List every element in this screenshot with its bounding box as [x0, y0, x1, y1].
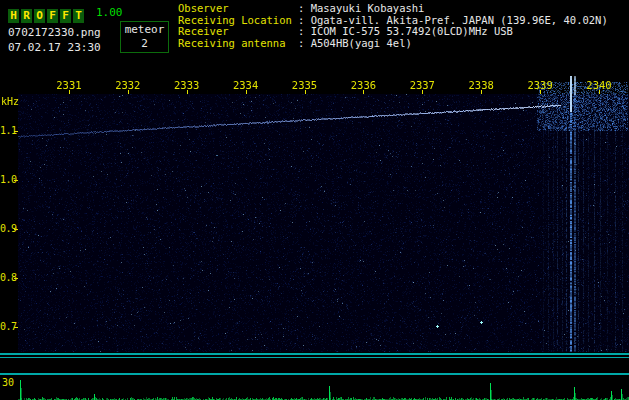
app-title-letter: F [47, 9, 58, 23]
y-axis-unit-label: kHz [1, 96, 19, 107]
app-title-letter: F [60, 9, 71, 23]
capture-datetime: 07.02.17 23:30 [8, 41, 101, 54]
station-info-value: : Ogata-vill. Akita-Pref. JAPAN (139.96E… [298, 14, 608, 26]
station-info-label: Observer [178, 3, 298, 15]
x-tick-mark [305, 90, 306, 94]
x-tick-mark [246, 90, 247, 94]
y-tick-mark [14, 327, 18, 328]
station-info-value: : Masayuki Kobayashi [298, 2, 424, 14]
app-title-letter: R [21, 9, 32, 23]
meteor-counter-box: meteor 2 [120, 21, 169, 53]
meter-scale-label: 30 [2, 377, 14, 388]
output-filename: 0702172330.png [8, 26, 101, 39]
y-tick-mark [14, 180, 18, 181]
y-tick-mark [14, 131, 18, 132]
x-tick-mark [540, 90, 541, 94]
app-title-letter: O [34, 9, 45, 23]
y-tick-mark [14, 229, 18, 230]
spectrogram-canvas [18, 70, 629, 353]
app-title: HROFFT [8, 4, 86, 19]
station-info-table: Observer: Masayuki KobayashiReceiving Lo… [178, 3, 608, 49]
meteor-count-label: meteor [121, 22, 168, 37]
x-tick-mark [187, 90, 188, 94]
station-info-label: Receiver [178, 26, 298, 38]
x-tick-mark [69, 90, 70, 94]
meteor-count-value: 2 [121, 37, 168, 51]
x-tick-mark [128, 90, 129, 94]
y-tick-mark [14, 278, 18, 279]
app-title-letter: T [73, 9, 84, 23]
signal-meter-canvas [18, 375, 629, 400]
app-title-letter: H [8, 9, 19, 23]
hrofft-window: HROFFT 1.00 0702172330.png 07.02.17 23:3… [0, 0, 629, 400]
station-info-row: Receiving antenna: A504HB(yagi 4el) [178, 38, 608, 50]
station-info-value: : ICOM IC-575 53.7492(0LCD)MHz USB [298, 25, 513, 37]
app-version-label: 1.00 [96, 6, 123, 19]
station-info-value: : A504HB(yagi 4el) [298, 37, 412, 49]
station-info-label: Receiving antenna [178, 38, 298, 50]
x-tick-mark [599, 90, 600, 94]
separator-line-top [0, 353, 629, 355]
separator-line-bottom [0, 373, 629, 375]
x-tick-mark [363, 90, 364, 94]
x-tick-mark [481, 90, 482, 94]
separator-line-middle [0, 357, 629, 358]
x-tick-mark [422, 90, 423, 94]
